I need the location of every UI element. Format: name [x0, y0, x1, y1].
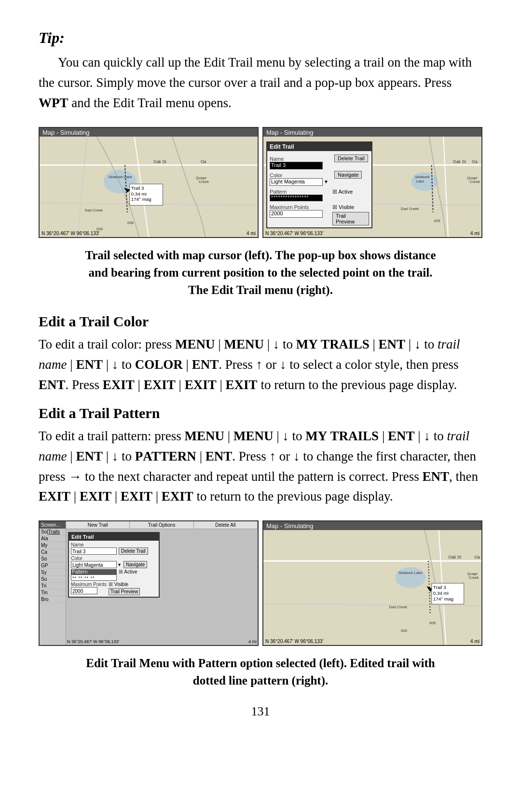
trail-options-tab[interactable]: Trail Options [130, 521, 193, 529]
svg-text:Lake: Lake [416, 179, 424, 183]
color-select-row: Light Magenta ▼ [270, 178, 332, 186]
tip-heading: Tip: [39, 29, 482, 47]
svg-text:Trail 3: Trail 3 [131, 185, 144, 190]
svg-text:005: 005 [401, 629, 408, 633]
svg-text:Oak St: Oak St [153, 159, 167, 164]
menu-screen-title: Screen... [40, 521, 66, 529]
delete-trail-btn[interactable]: Delete Trail [334, 154, 368, 162]
page-number: 131 [39, 704, 482, 719]
tip-text: You can quickly call up the Edit Trail m… [39, 53, 482, 113]
menu-item-sy: Sy [40, 569, 66, 576]
maxpts-section-2: Maximum Points 2000 ☒ Visible Trail Prev… [71, 582, 157, 595]
maxpts-input-2[interactable]: 2000 [71, 587, 97, 594]
name-left: Name Trail 3 [270, 154, 332, 169]
maxpts-row: Maximum Points 2000 ☒ Visible Trail Prev… [270, 203, 369, 225]
pattern-input-2[interactable]: ** ** ** ** [71, 574, 117, 581]
edit-trail-body: Name Trail 3 Delete Trail Color Light Ma… [267, 151, 371, 227]
color-row-2: Light Magenta ▼ Navigate [71, 561, 157, 568]
svg-point-35 [395, 567, 425, 588]
pattern-input[interactable]: **************** [270, 195, 323, 201]
maxpts-label: Maximum Points [270, 204, 332, 210]
svg-text:Dad Creek: Dad Creek [85, 208, 103, 212]
navigate-btn-2[interactable]: Navigate [123, 561, 147, 568]
svg-text:005: 005 [434, 218, 441, 223]
menu-item-ala: Ala [40, 535, 66, 542]
svg-text:Trail 3: Trail 3 [433, 585, 446, 590]
edit-trail-title-2: Edit Trail [69, 533, 159, 541]
svg-text:006: 006 [127, 221, 134, 225]
trail-subtabs: New Trail Trail Options Delete All [66, 521, 258, 529]
svg-text:Oa: Oa [474, 555, 480, 560]
trail-preview-btn-2[interactable]: Trail Preview [109, 588, 140, 595]
svg-text:Oak St: Oak St [453, 159, 466, 164]
svg-text:174° mag: 174° mag [131, 196, 151, 202]
map-scale-right: 4 mi [470, 231, 480, 236]
maxpts-input[interactable]: 2000 [270, 210, 323, 218]
menu-item-tin: Tin [40, 589, 66, 596]
name-row-2: Trail 3 Delete Trail [71, 547, 157, 555]
color-input[interactable]: Light Magenta [270, 178, 323, 186]
menu-item-so: So [40, 556, 66, 562]
map-roads-svg-left: Trail 3 0.34 mi 174° mag Oak St Oa Skiat… [40, 137, 258, 237]
name-row: Name Trail 3 Delete Trail [270, 154, 369, 169]
color-arrow-2[interactable]: ▼ [117, 562, 122, 567]
caption-2: Edit Trail Menu with Pattern option sele… [39, 655, 482, 690]
svg-text:Creek: Creek [468, 576, 479, 580]
color-label-2: Color [71, 556, 157, 561]
section-color-heading: Edit a Trail Color [39, 313, 482, 330]
svg-text:006: 006 [429, 621, 436, 625]
pattern-row: Pattern **************** ☒ Active [270, 187, 369, 201]
svg-text:Oak St: Oak St [448, 555, 462, 560]
menu-item-my: My [40, 542, 66, 549]
name-input[interactable]: Trail 3 [270, 162, 323, 169]
pattern-label-2: Pattern [71, 569, 117, 574]
screenshots-row-2: Screen... So|Trails Ala My Ca So GP Sy S… [39, 520, 482, 646]
map-titlebar-left: Map - Simulating [40, 128, 258, 137]
section-color-body: To edit a trail color: press MENU | MENU… [39, 335, 482, 395]
menu-item-ca: Ca [40, 549, 66, 556]
maxpts-left: Maximum Points 2000 [270, 203, 332, 218]
map-area-left: Trail 3 0.34 mi 174° mag Oak St Oa Skiat… [40, 137, 258, 237]
map-coords-right: N 36°20.467' W 96°06.133' [265, 231, 323, 236]
svg-text:Oa: Oa [201, 159, 206, 164]
menu-item-tri: Tri [40, 583, 66, 589]
color-left: Color Light Magenta ▼ [270, 171, 332, 186]
caption-1: Trail selected with map cursor (left). T… [39, 247, 482, 299]
map-area-right: Oak St Oa Skiatook Lake Quapr Creek Dad … [263, 137, 481, 237]
caption-1-line3: The Edit Trail menu (right). [188, 283, 333, 296]
maxpts-right: ☒ Visible Trail Preview [332, 203, 369, 225]
name-label: Name [270, 156, 332, 162]
trail-preview-btn[interactable]: Trail Preview [332, 212, 369, 225]
map-scale-right-2: 4 mi [470, 639, 480, 644]
color-input-2[interactable]: Light Magenta [71, 561, 117, 568]
color-row: Color Light Magenta ▼ Navigate [270, 171, 369, 186]
map-coords-left: N 36°20.467' W 96°06.133' [41, 231, 99, 236]
color-dropdown-arrow[interactable]: ▼ [324, 179, 329, 184]
active-checkbox-2[interactable]: ☒ Active [119, 569, 137, 574]
svg-text:Dad Creek: Dad Creek [401, 207, 419, 211]
svg-text:0.34 mi: 0.34 mi [433, 590, 449, 596]
active-checkbox[interactable]: ☒ Active [332, 189, 369, 195]
navigate-btn[interactable]: Navigate [334, 171, 362, 179]
section-pattern-body: To edit a trail pattern: press MENU | ME… [39, 426, 482, 507]
tip-text-body: You can quickly call up the Edit Trail m… [39, 55, 472, 110]
color-right: Navigate [332, 171, 369, 179]
map-scale-left-2: 4 mi [248, 639, 257, 644]
edit-trail-panel-2: Edit Trail Name Trail 3 Delete Trail Col… [68, 532, 160, 598]
menu-item-su: Su [40, 576, 66, 583]
svg-text:Creek: Creek [470, 180, 480, 184]
map-coords-right-2: N 36°20.467' W 96°06.133' [265, 639, 323, 644]
delete-all-tab[interactable]: Delete All [194, 521, 258, 529]
svg-text:Dad Creek: Dad Creek [389, 605, 407, 609]
map-screenshot-right-2: Map - Simulating Trail 3 0.34 mi 174° ma… [262, 520, 482, 646]
delete-trail-btn-2[interactable]: Delete Trail [119, 547, 148, 555]
screenshots-row-1: Map - Simulating Trail 3 [39, 127, 482, 238]
visible-checkbox-2[interactable]: ☒ Visible [109, 582, 140, 587]
svg-text:Skiatook: Skiatook [415, 175, 429, 179]
new-trail-tab[interactable]: New Trail [66, 521, 130, 529]
visible-checkbox[interactable]: ☒ Visible [332, 204, 369, 210]
name-input-2[interactable]: Trail 3 [71, 547, 117, 555]
map-coords-left-2: N 36°20.467' W 96°06.133' [67, 639, 119, 644]
svg-text:Oa: Oa [472, 159, 478, 164]
svg-text:0.34 mi: 0.34 mi [131, 191, 147, 196]
